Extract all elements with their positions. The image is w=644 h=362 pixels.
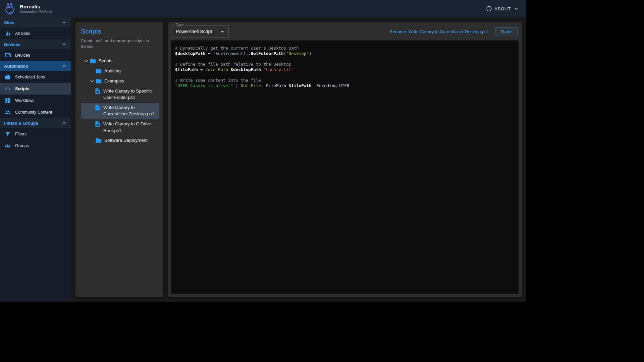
sidebar: SitesAll SitesDevicesDevicesAutomationSc… bbox=[0, 17, 71, 302]
toolbar-right: Rename: Write Canary to CurrentUser Desk… bbox=[389, 27, 518, 36]
code-line: # Define the file path relative to the D… bbox=[175, 62, 515, 67]
filter-icon bbox=[5, 131, 11, 137]
tree-file-write-canary-to-specific-user-folder-ps1[interactable]: Write Canary to Specific User Folder.ps1 bbox=[81, 86, 159, 102]
code-line: # Write some content into the file bbox=[175, 78, 515, 83]
community-icon bbox=[5, 109, 11, 115]
chevron-spacer bbox=[89, 137, 95, 144]
rename-link[interactable]: Rename: Write Canary to CurrentUser Desk… bbox=[389, 29, 489, 34]
sidebar-item-scheduled-jobs[interactable]: Scheduled Jobs bbox=[0, 71, 71, 83]
scripts-tree: ScriptsAuditingExamplesWrite Canary to S… bbox=[81, 56, 159, 145]
scripts-panel: Scripts Create, edit, and rearrange scri… bbox=[75, 22, 163, 297]
sidebar-section-filters-groups[interactable]: Filters & Groups bbox=[0, 118, 71, 128]
chevron-up-icon bbox=[61, 63, 67, 69]
tree-label: Scripts bbox=[99, 58, 112, 64]
code-editor[interactable]: # Dynamically get the current user's Des… bbox=[171, 40, 519, 294]
tree-folder-software-deployment[interactable]: Software Deployment bbox=[81, 136, 159, 145]
tree-folder-auditing[interactable]: Auditing bbox=[81, 66, 159, 76]
script-type-label: Type bbox=[174, 23, 185, 27]
script-type-select[interactable]: Type Powershell Script bbox=[171, 25, 229, 38]
chevron-up-icon bbox=[61, 19, 67, 25]
app-title: Borealis bbox=[20, 4, 52, 9]
sidebar-section-label: Sites bbox=[4, 20, 14, 25]
about-menu[interactable]: ABOUT bbox=[486, 6, 519, 12]
file-icon bbox=[94, 121, 101, 127]
devices-icon bbox=[5, 52, 11, 58]
sidebar-item-groups[interactable]: Groups bbox=[0, 140, 71, 152]
sidebar-section-devices[interactable]: Devices bbox=[0, 39, 71, 49]
sidebar-section-automation[interactable]: Automation bbox=[0, 61, 71, 71]
sidebar-item-label: Community Content bbox=[15, 110, 52, 115]
sidebar-item-devices[interactable]: Devices bbox=[0, 49, 71, 61]
sidebar-item-label: Scheduled Jobs bbox=[15, 75, 45, 79]
sidebar-section-label: Automation bbox=[4, 64, 28, 69]
tree-label: Auditing bbox=[104, 68, 121, 74]
folder-icon bbox=[90, 58, 96, 64]
tree-folder-scripts[interactable]: Scripts bbox=[81, 56, 159, 66]
sites-icon bbox=[5, 31, 11, 37]
sidebar-item-label: All Sites bbox=[15, 31, 30, 36]
brand: Borealis Automation Platform bbox=[3, 2, 52, 15]
folder-icon bbox=[95, 78, 102, 84]
groups-icon bbox=[5, 143, 11, 149]
tree-label: Write Canary to C Drive Root.ps1 bbox=[103, 121, 157, 134]
dropdown-caret-icon bbox=[218, 27, 226, 36]
tree-folder-examples[interactable]: Examples bbox=[81, 76, 159, 86]
code-line bbox=[175, 72, 515, 78]
chevron-down-icon bbox=[83, 58, 90, 64]
code-line bbox=[175, 56, 515, 62]
tree-label: Write Canary to CurrentUser Desktop.ps1 bbox=[103, 104, 157, 117]
top-bar: Borealis Automation Platform ABOUT bbox=[0, 0, 526, 17]
app-window: Borealis Automation Platform ABOUT Sites… bbox=[0, 0, 526, 302]
editor-toolbar: Type Powershell Script Rename: Write Can… bbox=[168, 22, 522, 40]
file-icon bbox=[94, 88, 101, 95]
tree-label: Write Canary to Specific User Folder.ps1 bbox=[103, 88, 157, 101]
sidebar-item-label: Devices bbox=[15, 53, 30, 58]
app-subtitle: Automation Platform bbox=[20, 10, 52, 14]
sidebar-item-label: Workflows bbox=[15, 98, 34, 103]
code-line: "USER Canary is alive." | Out-File -File… bbox=[175, 83, 515, 88]
sidebar-item-community-content[interactable]: Community Content bbox=[0, 106, 71, 118]
scheduled-jobs-icon bbox=[5, 74, 11, 80]
chevron-up-icon bbox=[61, 120, 67, 126]
chevron-spacer bbox=[89, 68, 95, 74]
sidebar-item-all-sites[interactable]: All Sites bbox=[0, 27, 71, 39]
code-line: # Dynamically get the current user's Des… bbox=[175, 46, 515, 51]
sidebar-section-label: Filters & Groups bbox=[4, 121, 38, 126]
tree-file-write-canary-to-c-drive-root-ps1[interactable]: Write Canary to C Drive Root.ps1 bbox=[81, 119, 159, 135]
code-line: $filePath = Join-Path $desktopPath "Cana… bbox=[175, 67, 515, 72]
code-icon bbox=[5, 86, 11, 92]
sidebar-item-workflows[interactable]: Workflows bbox=[0, 95, 71, 106]
sidebar-item-label: Groups bbox=[15, 143, 29, 148]
sidebar-item-label: Scripts bbox=[15, 86, 29, 91]
folder-icon bbox=[95, 137, 102, 144]
sidebar-item-scripts[interactable]: Scripts bbox=[0, 83, 71, 95]
code-line: $desktopPath = [Environment]::GetFolderP… bbox=[175, 51, 515, 56]
info-icon bbox=[486, 6, 492, 12]
sidebar-section-sites[interactable]: Sites bbox=[0, 17, 71, 27]
file-icon bbox=[94, 104, 101, 111]
chevron-up-icon bbox=[61, 41, 67, 47]
brand-text: Borealis Automation Platform bbox=[20, 4, 52, 14]
sidebar-item-filters[interactable]: Filters bbox=[0, 128, 71, 140]
tree-label: Examples bbox=[104, 78, 124, 84]
folder-icon bbox=[95, 68, 102, 74]
chevron-down-icon bbox=[513, 6, 519, 12]
tree-label: Software Deployment bbox=[104, 137, 148, 144]
scripts-panel-subtitle: Create, edit, and rearrange scripts in f… bbox=[81, 38, 159, 50]
chevron-down-icon bbox=[89, 78, 95, 84]
save-button[interactable]: Save bbox=[495, 27, 518, 36]
scripts-panel-title: Scripts bbox=[81, 27, 159, 35]
editor-panel: Type Powershell Script Rename: Write Can… bbox=[168, 22, 522, 297]
sidebar-item-label: Filters bbox=[15, 132, 26, 136]
script-type-value: Powershell Script bbox=[176, 29, 212, 34]
sidebar-section-label: Devices bbox=[4, 42, 20, 47]
about-label: ABOUT bbox=[494, 6, 511, 11]
tree-file-write-canary-to-currentuser-desktop-ps1[interactable]: Write Canary to CurrentUser Desktop.ps1 bbox=[81, 103, 159, 119]
borealis-logo bbox=[3, 2, 17, 15]
workflows-icon bbox=[5, 98, 11, 104]
